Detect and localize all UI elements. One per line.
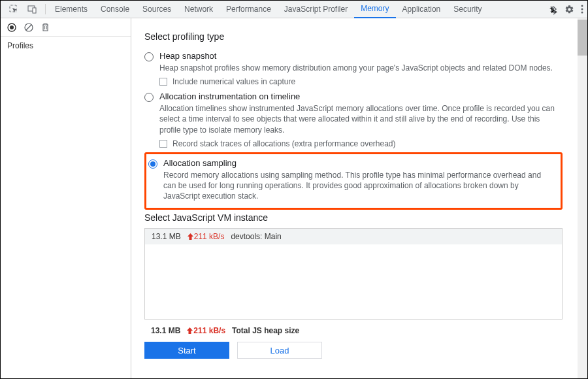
delete-icon[interactable] — [41, 23, 50, 32]
kebab-menu-icon[interactable] — [581, 5, 583, 14]
checkbox[interactable] — [159, 78, 167, 86]
sidebar-toolbar — [1, 18, 131, 37]
sub-option-stack-traces[interactable]: Record stack traces of allocations (extr… — [159, 139, 563, 148]
svg-point-7 — [10, 25, 14, 29]
scrollbar-track[interactable] — [578, 18, 587, 378]
svg-point-5 — [581, 12, 583, 14]
inspect-element-icon[interactable] — [6, 1, 22, 17]
option-allocation-sampling[interactable]: Allocation sampling Record memory alloca… — [148, 158, 555, 202]
tab-sources[interactable]: Sources — [136, 1, 178, 18]
more-tabs-icon[interactable] — [549, 6, 558, 12]
arrow-up-icon — [187, 327, 193, 334]
tab-security[interactable]: Security — [447, 1, 488, 18]
tab-js-profiler[interactable]: JavaScript Profiler — [278, 1, 354, 18]
vm-rate: 211 kB/s — [188, 232, 225, 241]
svg-point-4 — [581, 8, 583, 10]
option-desc: Heap snapshot profiles show memory distr… — [159, 63, 563, 73]
option-allocation-timeline[interactable]: Allocation instrumentation on timeline A… — [144, 88, 563, 150]
vm-instance-list: 13.1 MB 211 kB/s devtools: Main — [144, 228, 563, 320]
tab-application[interactable]: Application — [396, 1, 448, 18]
tab-network[interactable]: Network — [178, 1, 220, 18]
profiling-type-title: Select profiling type — [144, 31, 563, 42]
sub-option-label: Include numerical values in capture — [172, 77, 295, 86]
svg-rect-2 — [33, 8, 36, 13]
load-button[interactable]: Load — [237, 342, 322, 359]
option-title: Allocation instrumentation on timeline — [159, 91, 563, 101]
vm-name: devtools: Main — [231, 232, 281, 241]
device-toolbar-icon[interactable] — [24, 1, 40, 17]
svg-line-9 — [26, 25, 31, 30]
tab-elements[interactable]: Elements — [48, 1, 94, 18]
record-icon[interactable] — [7, 23, 16, 32]
radio-allocation-timeline[interactable] — [144, 93, 154, 102]
allocation-sampling-highlight: Allocation sampling Record memory alloca… — [144, 152, 563, 210]
footer-label: Total JS heap size — [232, 326, 299, 335]
checkbox[interactable] — [159, 140, 167, 148]
option-heap-snapshot[interactable]: Heap snapshot Heap snapshot profiles sho… — [144, 47, 563, 88]
vm-instance-title: Select JavaScript VM instance — [144, 212, 563, 223]
footer-size: 13.1 MB — [151, 326, 180, 335]
tab-console[interactable]: Console — [94, 1, 136, 18]
option-title: Allocation sampling — [163, 158, 555, 168]
tab-memory[interactable]: Memory — [354, 1, 395, 18]
start-button[interactable]: Start — [144, 342, 229, 359]
vm-size: 13.1 MB — [152, 232, 181, 241]
scrollbar-thumb[interactable] — [578, 20, 587, 56]
svg-point-3 — [581, 5, 583, 7]
footer-rate: 211 kB/s — [187, 326, 225, 335]
settings-gear-icon[interactable] — [564, 5, 574, 14]
radio-allocation-sampling[interactable] — [148, 159, 157, 169]
vm-instance-row[interactable]: 13.1 MB 211 kB/s devtools: Main — [145, 229, 562, 244]
option-desc: Allocation timelines show instrumented J… — [159, 103, 563, 135]
memory-panel: Select profiling type Heap snapshot Heap… — [131, 18, 587, 378]
radio-heap-snapshot[interactable] — [144, 52, 154, 61]
sub-option-include-numerical[interactable]: Include numerical values in capture — [159, 77, 563, 86]
heap-footer: 13.1 MB 211 kB/s Total JS heap size — [144, 326, 563, 335]
clear-icon[interactable] — [24, 23, 33, 32]
tab-performance[interactable]: Performance — [220, 1, 278, 18]
profiles-sidebar: Profiles — [1, 18, 131, 378]
sub-option-label: Record stack traces of allocations (extr… — [172, 139, 396, 148]
option-title: Heap snapshot — [159, 51, 563, 61]
divider — [45, 4, 46, 14]
devtools-tabstrip: Elements Console Sources Network Perform… — [1, 1, 587, 18]
arrow-up-icon — [188, 233, 193, 240]
option-desc: Record memory allocations using sampling… — [163, 170, 555, 202]
profiles-heading: Profiles — [1, 37, 131, 55]
